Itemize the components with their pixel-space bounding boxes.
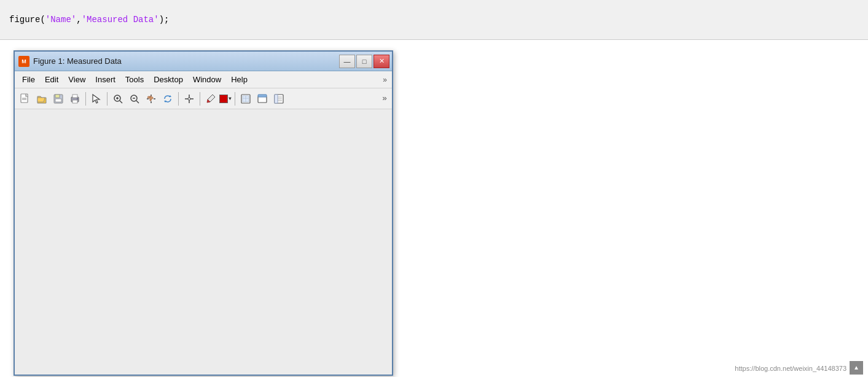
svg-point-9 [77, 98, 78, 99]
print-preview-button[interactable] [238, 91, 254, 107]
print-button[interactable] [67, 91, 83, 107]
menu-more-arrow[interactable]: » [380, 74, 389, 85]
rotate-button[interactable] [160, 91, 176, 107]
svg-rect-7 [72, 95, 77, 98]
save-button[interactable] [50, 91, 66, 107]
code-string-name: 'Name' [45, 15, 76, 25]
zoom-out-icon [129, 93, 140, 104]
scroll-indicator[interactable]: ▲ [850, 361, 863, 375]
svg-rect-4 [55, 95, 60, 98]
rotate-icon [162, 93, 173, 104]
toolbar: ▼ [15, 88, 392, 109]
plot-browser-icon [273, 93, 284, 104]
separator-2 [107, 92, 108, 106]
svg-rect-8 [72, 100, 77, 103]
toolbar-more-button[interactable]: » [380, 93, 389, 104]
menu-desktop[interactable]: Desktop [149, 74, 188, 85]
maximize-button[interactable]: □ [356, 55, 372, 68]
figure-canvas [15, 109, 392, 375]
data-cursor-button[interactable] [181, 91, 197, 107]
title-left: M Figure 1: Measured Data [18, 56, 122, 67]
menu-bar: File Edit View Insert Tools Desktop Wind… [15, 71, 392, 88]
menu-help[interactable]: Help [226, 74, 252, 85]
code-string-value: 'Measured Data' [82, 15, 159, 25]
print-icon [69, 93, 80, 104]
color-dropdown-arrow[interactable]: ▼ [228, 96, 232, 101]
color-picker-area[interactable]: ▼ [219, 95, 232, 103]
cursor-icon [91, 93, 102, 104]
print-preview-icon [240, 93, 251, 104]
code-function: figure( [9, 15, 45, 25]
code-line: figure('Name','Measured Data'); [9, 14, 169, 26]
separator-1 [85, 92, 86, 106]
minimize-button[interactable]: — [339, 55, 355, 68]
zoom-out-button[interactable] [127, 91, 143, 107]
title-bar: M Figure 1: Measured Data — □ ✕ [15, 52, 392, 71]
figure-title: Figure 1: Measured Data [33, 56, 122, 66]
close-icon: ✕ [379, 57, 385, 65]
menu-insert[interactable]: Insert [90, 74, 120, 85]
svg-line-17 [136, 101, 139, 103]
menu-file[interactable]: File [17, 74, 40, 85]
zoom-in-icon [112, 93, 123, 104]
new-file-icon [20, 93, 31, 104]
open-button[interactable] [34, 91, 50, 107]
brush-button[interactable] [203, 91, 219, 107]
figure-palette-button[interactable] [254, 91, 270, 107]
data-cursor-icon [184, 93, 195, 104]
maximize-icon: □ [362, 58, 367, 65]
menu-view[interactable]: View [63, 74, 90, 85]
color-swatch [219, 95, 228, 103]
pan-button[interactable] [143, 91, 159, 107]
code-comma: , [76, 15, 81, 25]
svg-marker-10 [93, 95, 100, 103]
menu-window[interactable]: Window [188, 74, 226, 85]
separator-4 [200, 92, 200, 106]
separator-5 [235, 92, 235, 106]
new-file-button[interactable] [17, 91, 33, 107]
code-editor: figure('Name','Measured Data'); [0, 0, 868, 40]
svg-point-22 [188, 98, 190, 100]
menu-edit[interactable]: Edit [40, 74, 63, 85]
zoom-in-button[interactable] [110, 91, 126, 107]
separator-3 [178, 92, 179, 106]
brush-icon [205, 93, 216, 104]
figure-palette-icon [257, 93, 268, 104]
close-button[interactable]: ✕ [373, 55, 389, 68]
title-buttons: — □ ✕ [339, 55, 389, 68]
svg-rect-28 [258, 95, 267, 97]
svg-line-14 [120, 101, 122, 103]
plot-browser-button[interactable] [271, 91, 287, 107]
code-end: ); [159, 15, 170, 25]
watermark: https://blog.cdn.net/weixin_44148373 [735, 365, 846, 372]
save-icon [53, 93, 64, 104]
menu-tools[interactable]: Tools [120, 74, 149, 85]
svg-rect-5 [55, 99, 61, 102]
figure-window: M Figure 1: Measured Data — □ ✕ File Edi… [14, 50, 393, 376]
pan-icon [146, 93, 157, 104]
select-button[interactable] [88, 91, 104, 107]
open-icon [36, 93, 47, 104]
matlab-icon: M [18, 56, 29, 67]
minimize-icon: — [344, 58, 351, 65]
svg-rect-30 [275, 95, 278, 103]
